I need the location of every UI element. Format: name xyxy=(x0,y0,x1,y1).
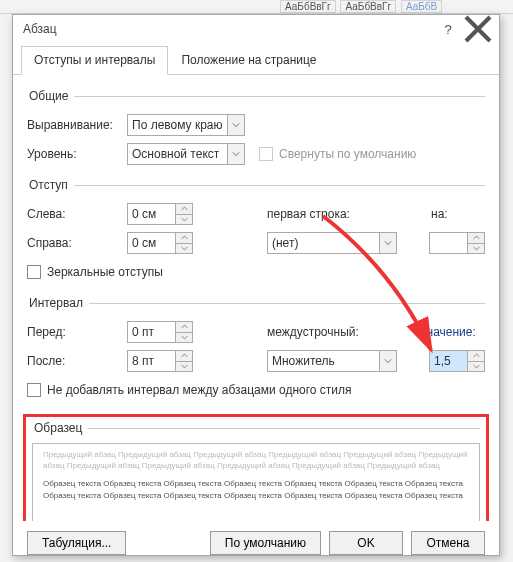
group-indent-legend: Отступ xyxy=(27,178,74,192)
caret-up-icon[interactable] xyxy=(468,351,484,362)
preview-highlight-box: Образец Предыдущий абзац Предыдущий абза… xyxy=(23,414,489,521)
panel-indents-spacing: Общие Выравнивание: По левому краю Урове… xyxy=(13,75,499,521)
no-space-checkbox[interactable] xyxy=(27,383,41,397)
ribbon-background: АаБбВвГг АаБбВвГг АаБбВ xyxy=(0,0,513,14)
no-space-label: Не добавлять интервал между абзацами одн… xyxy=(47,383,352,397)
close-button[interactable] xyxy=(463,18,493,40)
titlebar: Абзац ? xyxy=(13,15,499,43)
tab-line-page-breaks[interactable]: Положение на странице xyxy=(168,46,329,75)
group-spacing: Интервал Перед: 0 пт междустрочный: знач… xyxy=(27,296,485,408)
spacing-at-spin[interactable]: 1,5 xyxy=(429,350,485,372)
first-line-select[interactable]: (нет) xyxy=(267,232,397,254)
ok-button[interactable]: OK xyxy=(329,531,403,555)
group-general: Общие Выравнивание: По левому краю Урове… xyxy=(27,89,485,172)
dialog-title: Абзац xyxy=(23,22,433,36)
indent-right-label: Справа: xyxy=(27,236,127,250)
line-spacing-label: междустрочный: xyxy=(267,325,365,339)
spacing-before-spin[interactable]: 0 пт xyxy=(127,321,193,343)
style-gallery-2: АаБбВвГг xyxy=(340,0,396,13)
caret-down-icon[interactable] xyxy=(468,244,484,254)
chevron-down-icon xyxy=(379,351,396,371)
paragraph-dialog: Абзац ? Отступы и интервалы Положение на… xyxy=(12,14,500,556)
indent-by-label: на: xyxy=(431,207,485,221)
outline-level-label: Уровень: xyxy=(27,147,127,161)
group-spacing-legend: Интервал xyxy=(27,296,89,310)
caret-down-icon[interactable] xyxy=(468,362,484,372)
style-gallery-3: АаБбВ xyxy=(401,0,442,13)
tab-indents-spacing[interactable]: Отступы и интервалы xyxy=(21,46,168,75)
cancel-button[interactable]: Отмена xyxy=(411,531,485,555)
chevron-down-icon xyxy=(227,144,244,164)
group-indent: Отступ Слева: 0 см первая строка: на: Сп… xyxy=(27,178,485,290)
caret-up-icon[interactable] xyxy=(176,233,192,244)
spacing-at-label: значение: xyxy=(421,325,485,339)
chevron-down-icon xyxy=(379,233,396,253)
caret-down-icon[interactable] xyxy=(176,244,192,254)
preview-body-text: Образец текста Образец текста Образец те… xyxy=(43,478,469,503)
caret-up-icon[interactable] xyxy=(176,204,192,215)
mirror-indents-checkbox[interactable] xyxy=(27,265,41,279)
group-preview-legend: Образец xyxy=(32,421,88,435)
spacing-after-label: После: xyxy=(27,354,127,368)
first-line-label: первая строка: xyxy=(267,207,365,221)
dialog-button-row: Табуляция... По умолчанию OK Отмена xyxy=(13,521,499,555)
line-spacing-value: Множитель xyxy=(272,354,335,368)
tabs-button[interactable]: Табуляция... xyxy=(27,531,126,555)
alignment-value: По левому краю xyxy=(132,118,223,132)
chevron-down-icon xyxy=(227,115,244,135)
line-spacing-select[interactable]: Множитель xyxy=(267,350,397,372)
indent-left-value: 0 см xyxy=(132,207,156,221)
caret-down-icon[interactable] xyxy=(176,362,192,372)
preview-prev-text: Предыдущий абзац Предыдущий абзац Предыд… xyxy=(43,450,469,472)
indent-left-spin[interactable]: 0 см xyxy=(127,203,193,225)
spacing-after-value: 8 пт xyxy=(132,354,154,368)
group-preview: Образец Предыдущий абзац Предыдущий абза… xyxy=(32,421,480,521)
caret-up-icon[interactable] xyxy=(176,351,192,362)
spacing-before-label: Перед: xyxy=(27,325,127,339)
caret-up-icon[interactable] xyxy=(468,233,484,244)
caret-down-icon[interactable] xyxy=(176,333,192,343)
mirror-indents-label: Зеркальные отступы xyxy=(47,265,163,279)
set-default-button[interactable]: По умолчанию xyxy=(210,531,321,555)
spacing-at-value: 1,5 xyxy=(434,354,451,368)
group-general-legend: Общие xyxy=(27,89,74,103)
indent-right-spin[interactable]: 0 см xyxy=(127,232,193,254)
help-button[interactable]: ? xyxy=(433,18,463,40)
caret-up-icon[interactable] xyxy=(176,322,192,333)
outline-level-value: Основной текст xyxy=(132,147,219,161)
collapsed-checkbox xyxy=(259,147,273,161)
tab-strip: Отступы и интервалы Положение на страниц… xyxy=(13,45,499,75)
style-gallery-1: АаБбВвГг xyxy=(280,0,336,13)
preview-box: Предыдущий абзац Предыдущий абзац Предыд… xyxy=(32,443,480,521)
alignment-label: Выравнивание: xyxy=(27,118,127,132)
first-line-value: (нет) xyxy=(272,236,298,250)
outline-level-select[interactable]: Основной текст xyxy=(127,143,245,165)
indent-left-label: Слева: xyxy=(27,207,127,221)
indent-by-spin[interactable] xyxy=(429,232,485,254)
caret-down-icon[interactable] xyxy=(176,215,192,225)
indent-right-value: 0 см xyxy=(132,236,156,250)
spacing-after-spin[interactable]: 8 пт xyxy=(127,350,193,372)
collapsed-label: Свернуты по умолчанию xyxy=(279,147,416,161)
alignment-select[interactable]: По левому краю xyxy=(127,114,245,136)
spacing-before-value: 0 пт xyxy=(132,325,154,339)
